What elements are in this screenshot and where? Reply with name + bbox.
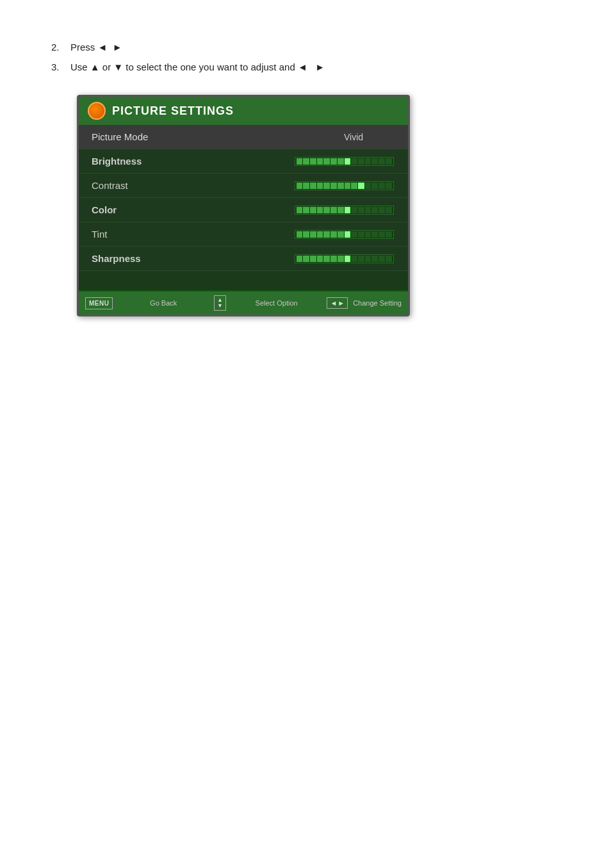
seg-off <box>351 231 357 238</box>
brightness-bar-container <box>293 157 395 166</box>
seg <box>338 231 344 238</box>
seg <box>303 256 309 262</box>
seg <box>323 231 330 238</box>
seg-off <box>365 256 371 262</box>
seg <box>297 231 303 238</box>
down-arrow-icon: ▼ <box>217 303 223 309</box>
seg <box>297 158 303 165</box>
seg <box>297 183 303 189</box>
brightness-bar <box>295 157 394 166</box>
row-contrast[interactable]: Contrast <box>79 174 408 198</box>
seg <box>323 183 330 189</box>
row-label-picture-mode: Picture Mode <box>92 131 312 142</box>
up-down-nav[interactable]: ▲ ▼ <box>214 295 226 311</box>
seg-off <box>386 256 392 262</box>
seg <box>338 183 344 189</box>
seg-off <box>351 158 357 165</box>
seg-off <box>371 158 378 165</box>
seg <box>310 256 316 262</box>
seg-off <box>365 231 371 238</box>
step3-text: Use ▲ or ▼ to select the one you want to… <box>70 58 325 76</box>
seg <box>338 256 344 262</box>
seg-off <box>379 207 385 213</box>
seg <box>338 158 344 165</box>
seg-off <box>386 158 392 165</box>
seg <box>330 158 337 165</box>
seg <box>351 183 357 189</box>
sharpness-bar <box>295 254 394 263</box>
seg <box>345 183 351 189</box>
toolbar: MENU Go Back ▲ ▼ Select Option ◄ ► Chang… <box>79 290 408 315</box>
seg <box>317 207 323 213</box>
row-picture-mode[interactable]: Picture Mode Vivid <box>79 125 408 149</box>
seg <box>330 231 337 238</box>
sharpness-bar-container <box>293 254 395 263</box>
row-sharpness[interactable]: Sharpness <box>79 247 408 271</box>
tint-segments <box>295 231 393 238</box>
seg-marker <box>345 256 351 262</box>
seg-off <box>365 158 371 165</box>
seg-marker <box>345 207 351 213</box>
seg-off <box>371 207 378 213</box>
contrast-bar-container <box>293 181 395 190</box>
left-right-nav[interactable]: ◄ ► <box>327 297 348 309</box>
seg-off <box>358 158 364 165</box>
seg-off <box>379 256 385 262</box>
seg <box>338 207 344 213</box>
row-label-brightness: Brightness <box>92 156 293 167</box>
seg <box>323 256 330 262</box>
step2-text: Press ◄ ► <box>70 38 122 56</box>
row-label-tint: Tint <box>92 229 293 240</box>
seg-off <box>371 231 378 238</box>
settings-icon <box>88 102 106 120</box>
row-value-picture-mode: Vivid <box>312 132 395 142</box>
left-arrow-icon: ◄ <box>330 299 337 307</box>
tv-screen: PICTURE SETTINGS Picture Mode Vivid Brig… <box>77 95 410 316</box>
seg-off <box>379 158 385 165</box>
seg <box>330 256 337 262</box>
step2-num: 2. <box>51 38 70 56</box>
seg <box>323 158 330 165</box>
right-arrow-icon: ► <box>338 299 345 307</box>
contrast-segments <box>295 182 393 190</box>
seg-off <box>351 256 357 262</box>
menu-button[interactable]: MENU <box>85 297 113 309</box>
menu-content: Picture Mode Vivid Brightness <box>79 125 408 290</box>
row-label-contrast: Contrast <box>92 180 293 191</box>
tint-bar <box>295 230 394 239</box>
row-label-sharpness: Sharpness <box>92 253 293 264</box>
seg <box>297 256 303 262</box>
seg <box>317 256 323 262</box>
seg <box>310 183 316 189</box>
seg-marker <box>345 158 351 165</box>
seg-marker <box>358 183 364 189</box>
seg-off <box>371 256 378 262</box>
seg <box>303 158 309 165</box>
seg-off <box>365 183 371 189</box>
seg-off <box>358 207 364 213</box>
screen-title: PICTURE SETTINGS <box>112 104 234 118</box>
title-bar: PICTURE SETTINGS <box>79 97 408 125</box>
seg-off <box>358 231 364 238</box>
select-option-label: Select Option <box>231 299 322 307</box>
row-tint[interactable]: Tint <box>79 222 408 247</box>
color-bar-container <box>293 206 395 215</box>
seg <box>310 231 316 238</box>
seg <box>303 207 309 213</box>
seg-off <box>379 183 385 189</box>
color-bar <box>295 206 394 215</box>
row-brightness[interactable]: Brightness <box>79 149 408 174</box>
tint-bar-container <box>293 230 395 239</box>
seg-off <box>379 231 385 238</box>
menu-spacer <box>79 271 408 290</box>
seg <box>297 207 303 213</box>
brightness-segments <box>295 158 393 165</box>
seg-off <box>365 207 371 213</box>
go-back-label: Go Back <box>118 299 209 307</box>
seg-off <box>351 207 357 213</box>
seg <box>310 158 316 165</box>
seg <box>303 231 309 238</box>
instruction-step3: 3. Use ▲ or ▼ to select the one you want… <box>51 58 560 76</box>
row-color[interactable]: Color <box>79 198 408 222</box>
contrast-bar <box>295 181 394 190</box>
